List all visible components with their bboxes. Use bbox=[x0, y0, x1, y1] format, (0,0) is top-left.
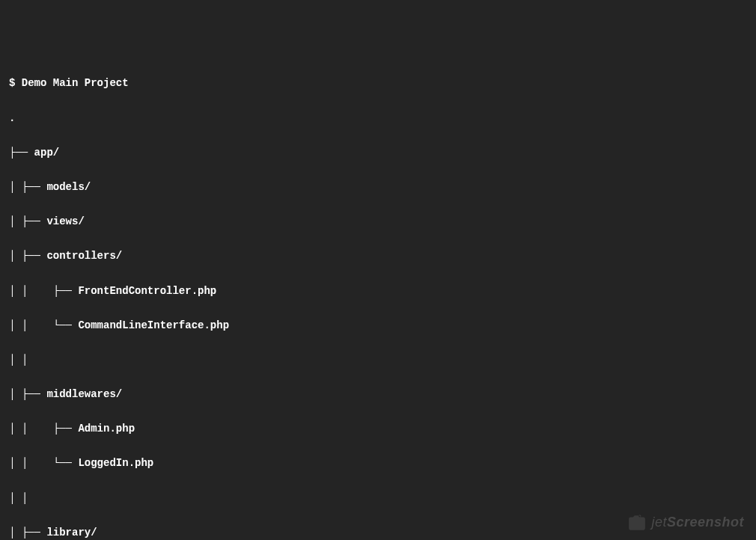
tree-line: │ │ ├── FrontEndController.php bbox=[9, 283, 747, 300]
tree-line: │ ├── views/ bbox=[9, 213, 747, 230]
tree-line: │ │ ├── Admin.php bbox=[9, 420, 747, 438]
tree-line: ├── app/ bbox=[9, 144, 747, 162]
tree-line: . bbox=[9, 110, 747, 127]
tree-line: │ │ └── LoggedIn.php bbox=[9, 455, 747, 472]
watermark: jetScreenshot bbox=[627, 512, 744, 534]
watermark-text: jetScreenshot bbox=[651, 512, 744, 534]
prompt-line: $ Demo Main Project bbox=[9, 75, 747, 92]
tree-line: │ │ bbox=[9, 352, 747, 369]
tree-line: │ │ └── CommandLineInterface.php bbox=[9, 317, 747, 334]
tree-line: │ │ bbox=[9, 490, 747, 507]
tree-line: │ ├── models/ bbox=[9, 179, 747, 196]
tree-line: │ ├── controllers/ bbox=[9, 248, 747, 265]
tree-line: │ ├── middlewares/ bbox=[9, 386, 747, 403]
camera-icon bbox=[627, 513, 647, 533]
